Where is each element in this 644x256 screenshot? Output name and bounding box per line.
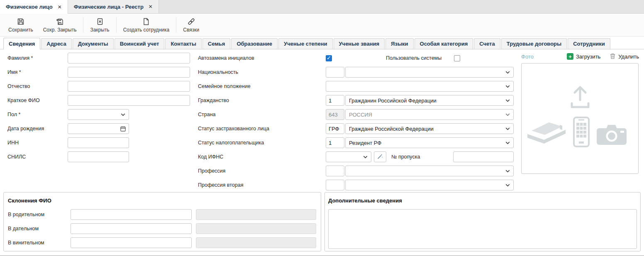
tab-military-record[interactable]: Воинский учет <box>115 38 165 49</box>
firstname-input[interactable] <box>68 67 190 78</box>
genitive-label: В родительном <box>8 212 71 217</box>
tab-languages[interactable]: Языки <box>385 38 413 49</box>
system-user-checkbox[interactable] <box>454 55 460 61</box>
save-close-icon <box>56 17 64 26</box>
photo-panel: Фото + Загрузить Удалить <box>518 51 639 174</box>
form-body: Фамилия * Имя * Отчество Краткое ФИО Пол… <box>0 49 644 192</box>
save-icon <box>17 17 25 26</box>
photo-dropzone[interactable] <box>521 63 639 174</box>
window-tab-registry[interactable]: Физические лица - Реестр ✕ <box>68 0 159 13</box>
firstname-label: Имя * <box>4 69 68 75</box>
genitive-extra-input <box>196 209 316 220</box>
insured-status-code-input[interactable] <box>326 123 344 134</box>
tab-special-category[interactable]: Особая категория <box>415 38 473 49</box>
toolbar-separator <box>116 17 117 33</box>
tab-academic-titles[interactable]: Ученые звания <box>334 38 385 49</box>
additional-info-textarea[interactable] <box>328 209 637 249</box>
ifns-code-label: Код ИФНС <box>195 154 326 160</box>
calendar-icon[interactable] <box>120 126 126 132</box>
create-employee-button[interactable]: Создать сотрудника <box>118 16 175 34</box>
gender-label: Пол * <box>4 112 68 117</box>
patronymic-label: Отчество <box>4 83 68 89</box>
nationality-label: Национальность <box>195 69 326 75</box>
photo-header: Фото + Загрузить Удалить <box>521 51 639 61</box>
tab-contacts[interactable]: Контакты <box>165 38 201 49</box>
inn-label: ИНН <box>4 140 68 146</box>
citizenship-label: Гражданство <box>195 98 326 103</box>
snils-input[interactable] <box>68 151 129 162</box>
pass-number-label: № пропуска <box>391 154 420 160</box>
citizenship-code-input[interactable] <box>326 95 344 106</box>
dative-extra-input <box>196 223 316 234</box>
window-tab-person[interactable]: Физическое лицо ✕ <box>0 0 68 14</box>
profession-select[interactable] <box>345 166 514 176</box>
system-user-label: Пользователь системы <box>386 55 446 61</box>
toolbar-separator <box>176 17 176 33</box>
save-button[interactable]: Сохранить <box>3 16 38 34</box>
tab-close-icon[interactable]: ✕ <box>149 4 153 10</box>
short-fio-input[interactable] <box>68 95 190 106</box>
ifns-autofill-button[interactable] <box>374 151 386 162</box>
toolbar: Сохранить Сохр. Закрыть Закрыть Создать … <box>0 14 644 37</box>
chevron-down-icon <box>363 154 368 160</box>
chevron-down-icon <box>505 140 510 146</box>
insured-status-label: Статус застрахованного лица <box>195 126 326 132</box>
tab-employees[interactable]: Сотрудники <box>568 38 610 49</box>
chevron-down-icon <box>120 112 126 117</box>
nationality-select[interactable] <box>345 67 514 78</box>
upload-arrow-icon <box>570 83 590 110</box>
declensions-title: Склонения ФИО <box>8 197 317 204</box>
genitive-input[interactable] <box>71 209 192 220</box>
camera-icon <box>596 123 627 147</box>
tab-addresses[interactable]: Адреса <box>41 38 71 49</box>
taxpayer-status-label: Статус налогоплательщика <box>195 140 326 146</box>
declensions-panel: Склонения ФИО В родительном В дательном … <box>3 192 321 251</box>
tab-info[interactable]: Сведения <box>3 38 40 49</box>
tab-education[interactable]: Образование <box>231 38 278 49</box>
accusative-input[interactable] <box>71 237 192 248</box>
inn-input[interactable] <box>68 137 129 148</box>
auto-initials-checkbox[interactable] <box>326 55 332 61</box>
close-button[interactable]: Закрыть <box>85 16 114 34</box>
nationality-code-input[interactable] <box>326 67 344 78</box>
chevron-down-icon <box>505 183 510 188</box>
tab-accounts[interactable]: Счета <box>474 38 500 49</box>
tab-close-icon[interactable]: ✕ <box>58 4 62 10</box>
delete-photo-button[interactable]: Удалить <box>610 53 639 61</box>
ifns-select[interactable] <box>326 151 371 162</box>
save-close-button[interactable]: Сохр. Закрыть <box>38 16 82 34</box>
gender-select[interactable] <box>68 109 129 120</box>
upload-photo-button[interactable]: + Загрузить <box>567 53 600 60</box>
surname-label: Фамилия * <box>4 55 68 61</box>
links-button[interactable]: Связки <box>178 16 204 34</box>
accusative-label: В винительном <box>8 240 71 246</box>
birthdate-label: Дата рождения <box>4 126 68 132</box>
taxpayer-status-select[interactable]: Резидент РФ <box>345 137 514 148</box>
profession-second-select[interactable] <box>345 180 514 190</box>
country-label: Страна <box>195 112 326 117</box>
auto-initials-label: Автозамена инициалов <box>195 55 326 61</box>
country-select[interactable]: РОССИЯ <box>345 109 514 120</box>
tab-employment-contracts[interactable]: Трудовые договоры <box>501 38 567 49</box>
plus-icon: + <box>567 53 573 60</box>
chevron-down-icon <box>505 70 510 75</box>
dative-input[interactable] <box>71 223 192 234</box>
country-code-input <box>326 109 344 120</box>
pass-number-input[interactable] <box>453 151 514 162</box>
insured-status-select[interactable]: Граждане Российской Федерации <box>345 123 514 134</box>
additional-info-panel: Дополнительные сведения <box>324 192 641 251</box>
tab-academic-degrees[interactable]: Ученые степени <box>278 38 332 49</box>
citizenship-select[interactable]: Гражданин Российской Федерации <box>345 95 514 106</box>
patronymic-input[interactable] <box>68 81 190 92</box>
bottom-panels: Склонения ФИО В родительном В дательном … <box>0 192 644 251</box>
tab-family[interactable]: Семья <box>202 38 231 49</box>
profession-second-code-input[interactable] <box>326 180 344 190</box>
surname-input[interactable] <box>68 53 190 63</box>
form-tabs: Сведения Адреса Документы Воинский учет … <box>0 37 644 49</box>
birthdate-input[interactable] <box>68 123 129 134</box>
window-tab-bar: Физическое лицо ✕ Физические лица - Реес… <box>0 0 644 14</box>
taxpayer-status-code-input[interactable] <box>326 137 344 148</box>
tab-documents[interactable]: Документы <box>73 38 114 49</box>
marital-status-select[interactable] <box>326 81 514 92</box>
profession-code-input[interactable] <box>326 166 344 176</box>
